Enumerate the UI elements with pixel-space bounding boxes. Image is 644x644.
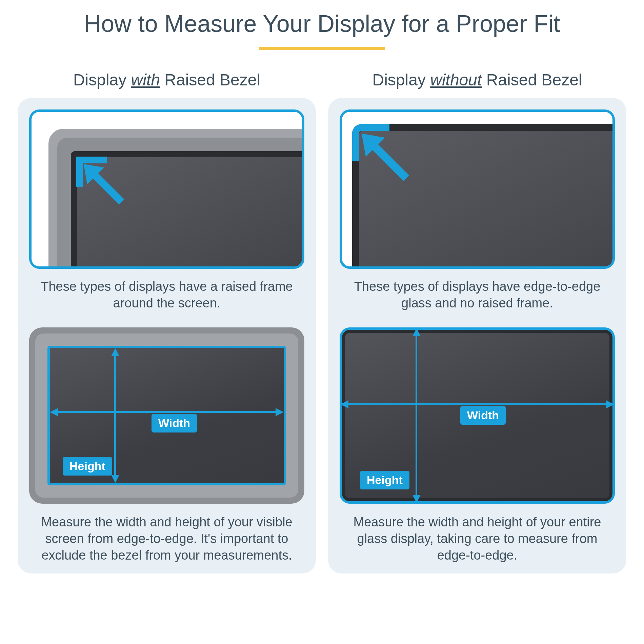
column-without-bezel: Display without Raised Bezel These types…	[328, 71, 626, 573]
column-with-bezel: Display with Raised Bezel These types of…	[18, 71, 316, 573]
caption-bezel-bottom: Measure the width and height of your vis…	[29, 514, 304, 563]
arrow-up-icon	[412, 328, 421, 336]
measure-screen: Width Height	[345, 333, 609, 498]
arrow-right-icon	[606, 400, 614, 408]
height-label: Height	[63, 457, 112, 476]
arrow-down-icon	[111, 475, 119, 483]
height-dimension-line	[114, 350, 116, 481]
panel-right: These types of displays have edge-to-edg…	[328, 98, 626, 573]
caption-bezel-top: These types of displays have a raised fr…	[29, 278, 304, 311]
heading-emphasis: without	[430, 71, 482, 89]
measure-diagram-nobezel: Width Height	[340, 327, 615, 504]
illustration-nobezel-corner	[340, 109, 615, 269]
width-dimension-line	[343, 403, 611, 405]
arrow-right-icon	[276, 408, 284, 416]
arrow-diagonal-icon	[81, 161, 132, 212]
caption-nobezel-top: These types of displays have edge-to-edg…	[340, 278, 615, 311]
width-label: Width	[460, 406, 506, 425]
column-heading-right: Display without Raised Bezel	[328, 71, 626, 89]
column-heading-left: Display with Raised Bezel	[18, 71, 316, 89]
height-label: Height	[360, 471, 409, 489]
heading-pre: Display	[73, 71, 131, 89]
heading-post: Raised Bezel	[160, 71, 260, 89]
title-underline	[259, 47, 385, 50]
columns: Display with Raised Bezel These types of…	[14, 71, 630, 573]
caption-nobezel-bottom: Measure the width and height of your ent…	[340, 514, 615, 563]
measure-diagram-bezel: Width Height	[29, 327, 304, 504]
page-title: How to Measure Your Display for a Proper…	[14, 10, 630, 37]
panel-left: These types of displays have a raised fr…	[18, 98, 316, 573]
arrow-diagonal-icon	[359, 131, 417, 188]
arrow-left-icon	[50, 408, 58, 416]
illustration-bezel-corner	[29, 109, 304, 269]
measure-screen: Width Height	[47, 346, 286, 485]
arrow-left-icon	[340, 400, 348, 408]
heading-post: Raised Bezel	[482, 71, 582, 89]
heading-pre: Display	[373, 71, 430, 89]
heading-emphasis: with	[131, 71, 160, 89]
width-label: Width	[152, 414, 197, 432]
height-dimension-line	[416, 331, 417, 500]
arrow-up-icon	[111, 348, 119, 356]
arrow-down-icon	[412, 495, 421, 503]
width-dimension-line	[52, 411, 282, 413]
